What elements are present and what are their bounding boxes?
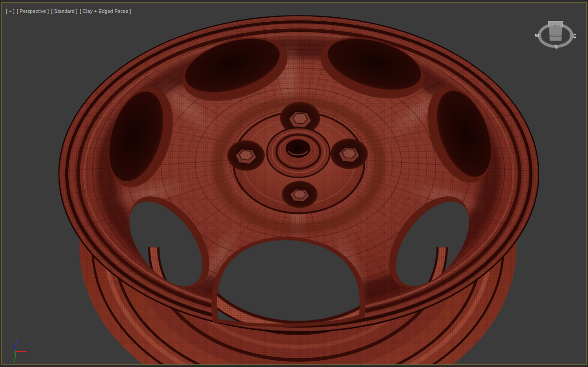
wheel-rim-model[interactable] bbox=[2, 3, 586, 364]
viewport-label: [ + ] [ Perspective ] [ Standard ] [ Cla… bbox=[6, 8, 131, 14]
application-frame: [ + ] [ Perspective ] [ Standard ] [ Cla… bbox=[0, 0, 588, 367]
viewport-maximize-menu[interactable]: [ + ] bbox=[6, 8, 15, 14]
z-axis-label: z bbox=[16, 339, 19, 344]
viewcube-face-bottom[interactable]: BOTTOM bbox=[549, 34, 562, 37]
perspective-viewport[interactable]: [ + ] [ Perspective ] [ Standard ] [ Cla… bbox=[1, 2, 587, 365]
viewcube-north[interactable]: N bbox=[554, 45, 557, 50]
y-axis-label: y bbox=[13, 358, 16, 363]
viewport-shading-menu[interactable]: [ Clay + Edged Faces ] bbox=[80, 8, 131, 14]
viewcube-cube[interactable]: FRONT BOTTOM bbox=[548, 21, 563, 41]
viewcube-west[interactable]: W bbox=[535, 33, 539, 38]
axis-gizmo: z x y bbox=[4, 336, 39, 363]
viewcube[interactable]: S FRONT BOTTOM W E N bbox=[531, 17, 580, 53]
viewport-render-preset-menu[interactable]: [ Standard ] bbox=[51, 8, 77, 14]
x-axis-label: x bbox=[29, 349, 31, 354]
viewcube-face-front[interactable]: FRONT bbox=[551, 25, 560, 27]
hub-assembly bbox=[218, 102, 380, 229]
viewport-pov-menu[interactable]: [ Perspective ] bbox=[17, 8, 49, 14]
viewcube-east[interactable]: E bbox=[573, 34, 576, 39]
